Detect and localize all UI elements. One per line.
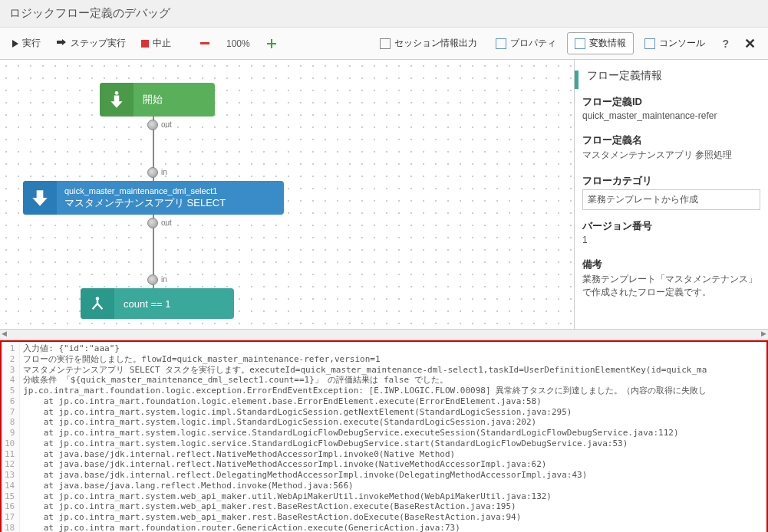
flow-node-start[interactable]: 開始 (100, 83, 215, 117)
start-icon (100, 83, 133, 117)
port-dot[interactable] (147, 218, 158, 228)
select-id: quick_master_maintenance_dml_select1 (64, 186, 226, 196)
flow-node-branch[interactable]: count == 1 (81, 288, 234, 319)
branch-label: count == 1 (114, 298, 170, 310)
svg-point-0 (115, 91, 119, 95)
flow-cat-label: フローカテゴリ (582, 171, 760, 188)
select-label: マスタメンテナンスアプリ SELECT (64, 197, 226, 210)
console-icon (644, 38, 655, 49)
flow-canvas[interactable]: out in out in 開始 quick_master_maintenanc… (0, 60, 574, 329)
flow-ver-value: 1 (582, 233, 760, 248)
zoom-out-button[interactable] (194, 39, 216, 48)
run-button[interactable]: 実行 (6, 34, 47, 53)
close-button[interactable]: ✕ (738, 34, 762, 54)
property-tab[interactable]: プロパティ (488, 32, 564, 54)
port-label-out2: out (161, 218, 172, 227)
port-dot[interactable] (147, 167, 158, 178)
flow-node-select[interactable]: quick_master_maintenance_dml_select1 マスタ… (23, 181, 284, 215)
console-label: コンソール (659, 37, 705, 50)
variables-tab[interactable]: 変数情報 (567, 32, 634, 54)
flow-id-value: quick_master_maintenance-refer (582, 109, 760, 124)
session-output-button[interactable]: セッション情報出力 (372, 32, 485, 54)
play-icon (12, 40, 18, 48)
log-panel[interactable]: 12345678910111213141516171819 入力値: {"id"… (0, 340, 768, 532)
toolbar: 実行 ステップ実行 中止 100% セッション情報出力 プロパティ 変数情報 コ… (0, 28, 768, 60)
port-dot[interactable] (147, 274, 158, 285)
plus-icon (267, 39, 276, 48)
session-icon (380, 38, 391, 49)
port-label-out: out (161, 120, 172, 129)
zoom-level: 100% (219, 38, 258, 49)
port-dot[interactable] (147, 120, 158, 130)
flow-name-label: フロー定義名 (582, 130, 760, 147)
stop-label: 中止 (153, 37, 171, 50)
variables-label: 変数情報 (589, 37, 626, 50)
info-panel: フロー定義情報 フロー定義IDquick_master_maintenance-… (574, 60, 768, 329)
window-title: ロジックフロー定義のデバッグ (0, 0, 768, 28)
port-label-in2: in (161, 275, 167, 284)
run-label: 実行 (22, 37, 41, 50)
step-icon (56, 39, 67, 48)
stop-button[interactable]: 中止 (135, 34, 177, 53)
flow-ver-label: バージョン番号 (582, 216, 760, 233)
session-label: セッション情報出力 (394, 37, 477, 50)
stop-icon (141, 40, 149, 48)
port-label-in: in (161, 168, 167, 176)
minus-icon (200, 42, 209, 44)
zoom-in-button[interactable] (261, 36, 282, 51)
flow-note-value: 業務テンプレート「マスタメンテナンス」で作成されたフロー定義です。 (582, 271, 760, 302)
step-button[interactable]: ステップ実行 (50, 34, 132, 53)
help-button[interactable]: ? (716, 36, 735, 51)
flow-note-label: 備考 (582, 255, 760, 271)
flow-cat-value: 業務テンプレートから作成 (582, 189, 760, 210)
log-text[interactable]: 入力値: {"id":"aaa"} フローの実行を開始しました。flowId=q… (20, 342, 766, 532)
flow-id-label: フロー定義ID (582, 92, 760, 109)
step-label: ステップ実行 (71, 37, 126, 50)
svg-point-1 (96, 297, 100, 300)
log-gutter: 12345678910111213141516171819 (2, 342, 20, 532)
horizontal-scrollbar[interactable] (0, 329, 768, 340)
info-panel-title: フロー定義情報 (575, 60, 768, 89)
flow-name-value: マスタメンテナンスアプリ 参照処理 (582, 147, 760, 165)
console-tab[interactable]: コンソール (637, 32, 713, 54)
variables-icon (575, 38, 585, 49)
branch-icon (81, 288, 114, 319)
property-label: プロパティ (510, 37, 556, 50)
property-icon (496, 38, 506, 49)
start-label: 開始 (133, 93, 163, 107)
select-icon (23, 181, 57, 215)
